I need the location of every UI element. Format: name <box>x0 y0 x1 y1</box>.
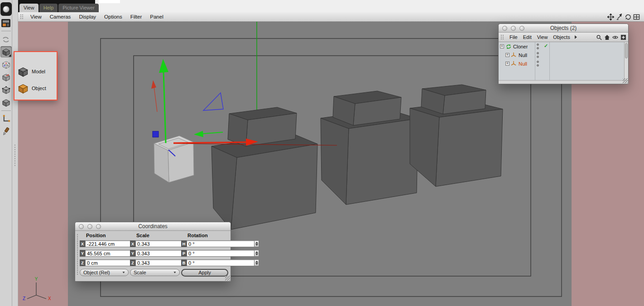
coordinates-panel: Coordinates Position Scale Rotation X X <box>75 222 231 282</box>
objects-menu-objects[interactable]: Objects <box>550 34 572 40</box>
axis-mode-icon[interactable] <box>0 113 12 124</box>
undo-redo-icon[interactable] <box>0 33 12 45</box>
home-icon[interactable] <box>604 34 610 40</box>
resize-grip[interactable] <box>623 78 628 83</box>
menu-filter[interactable]: Filter <box>126 14 146 19</box>
tree-row-cloner[interactable]: + Cloner ✓ <box>499 42 628 51</box>
horizontal-scrollbar[interactable] <box>499 80 628 84</box>
object-label[interactable]: Null <box>519 53 527 58</box>
scale-x-label: X <box>130 240 135 247</box>
rotation-header: Rotation <box>181 233 228 238</box>
viewport-nav-icons <box>607 14 640 20</box>
rotation-h-input[interactable] <box>187 240 254 247</box>
rotation-p-stepper[interactable] <box>254 250 259 257</box>
blue-plane-handle[interactable] <box>203 93 223 110</box>
rotation-p-label: P <box>181 250 187 257</box>
tab-picture-viewer[interactable]: Picture Viewer <box>58 4 99 12</box>
menu-overflow-icon[interactable] <box>575 35 577 39</box>
clone-cube-1[interactable] <box>211 107 317 230</box>
visibility-dots[interactable] <box>537 43 539 49</box>
thin-red-axis <box>154 87 157 112</box>
expander-icon[interactable]: + <box>500 44 504 48</box>
scale-y-label: Y <box>130 250 135 257</box>
menu-display[interactable]: Display <box>75 14 100 19</box>
polygons-mode-icon[interactable] <box>0 97 12 108</box>
expander-icon[interactable]: + <box>505 62 509 66</box>
rotation-h-label: H <box>181 240 187 247</box>
objects-menu-view[interactable]: View <box>534 34 551 40</box>
picture-viewer-icon[interactable] <box>0 17 12 29</box>
y-axis-arrow[interactable] <box>163 72 166 143</box>
app-window: View Help Picture Viewer View Cameras Di… <box>0 0 644 306</box>
coordinates-grip-icon[interactable] <box>77 234 78 275</box>
objects-titlebar[interactable]: Objects (2) <box>499 24 628 33</box>
position-header: Position <box>80 233 129 238</box>
model-mode-icon[interactable] <box>0 46 12 57</box>
texture-mode-icon[interactable] <box>0 59 12 70</box>
model-cube-icon <box>18 66 29 77</box>
points-mode-icon[interactable] <box>0 84 12 96</box>
object-label[interactable]: Null <box>519 61 527 67</box>
eye-icon[interactable] <box>612 34 618 40</box>
visibility-dots[interactable] <box>537 52 539 58</box>
expander-icon[interactable]: + <box>505 53 509 57</box>
clone-cube-2[interactable] <box>321 91 418 205</box>
menu-view[interactable]: View <box>26 14 46 19</box>
coordinates-titlebar[interactable]: Coordinates <box>75 222 231 231</box>
objects-toolbar-icons <box>596 34 626 40</box>
scrollbar-thumb[interactable] <box>625 43 628 58</box>
x-axis-arrow[interactable] <box>173 142 247 143</box>
z-axis-handle[interactable] <box>153 131 159 137</box>
objects-menubar-grip-icon[interactable] <box>500 34 504 40</box>
axis-y-label: Y <box>35 277 38 282</box>
toolbar-splitter[interactable] <box>12 0 18 306</box>
apply-button[interactable]: Apply <box>181 269 228 277</box>
tab-view[interactable]: View <box>19 4 38 12</box>
add-object-icon[interactable] <box>620 34 626 40</box>
scale-mode-dropdown[interactable]: Scale <box>130 269 180 276</box>
y-axis-arrowhead <box>159 59 168 73</box>
resize-grip[interactable] <box>225 276 230 281</box>
rotate-view-icon[interactable] <box>625 14 631 20</box>
left-toolbar <box>0 0 12 306</box>
coordinates-row-y: Y Y P <box>80 249 228 258</box>
rotation-b-stepper[interactable] <box>254 259 259 266</box>
flyout-item-model[interactable]: Model <box>14 63 57 80</box>
objects-menubar: File Edit View Objects <box>499 33 628 42</box>
flyout-item-object[interactable]: Object <box>14 80 57 96</box>
rotation-b-input[interactable] <box>187 259 254 266</box>
rotation-p-input[interactable] <box>187 250 254 257</box>
brush-icon[interactable] <box>0 126 12 137</box>
enabled-check-icon[interactable]: ✓ <box>544 43 548 49</box>
menu-panel[interactable]: Panel <box>146 14 167 19</box>
toggle-view-icon[interactable] <box>633 14 640 20</box>
objects-menu-edit[interactable]: Edit <box>520 34 534 40</box>
zoom-view-icon[interactable] <box>616 14 623 20</box>
chevron-down-icon <box>173 272 176 273</box>
coordinates-body: Position Scale Rotation X X H <box>75 231 231 279</box>
position-mode-dropdown[interactable]: Object (Rel) <box>80 269 129 276</box>
tab-help[interactable]: Help <box>39 4 58 12</box>
axis-z-label: Z <box>23 296 25 301</box>
clone-cube-3[interactable] <box>410 85 503 186</box>
menubar-grip-icon[interactable] <box>20 14 24 20</box>
menu-options[interactable]: Options <box>100 14 126 19</box>
pan-view-icon[interactable] <box>607 14 614 20</box>
rotation-h-stepper[interactable] <box>254 240 259 247</box>
vertical-scrollbar[interactable] <box>624 42 628 80</box>
tree-row-null-2[interactable]: + Null <box>499 59 628 68</box>
search-icon[interactable] <box>596 34 602 40</box>
menu-cameras[interactable]: Cameras <box>46 14 75 19</box>
coordinates-headers: Position Scale Rotation <box>80 232 228 239</box>
visibility-dots[interactable] <box>537 61 539 67</box>
object-label[interactable]: Cloner <box>513 44 528 49</box>
position-x-label: X <box>80 240 85 247</box>
object-tree: + Cloner ✓ + Null + <box>499 42 628 80</box>
workplane-mode-icon[interactable] <box>0 72 12 83</box>
objects-menu-file[interactable]: File <box>507 34 520 40</box>
scale-z-label: Z <box>130 259 135 266</box>
tree-row-null-1[interactable]: + Null <box>499 51 628 59</box>
nav-ball-icon[interactable] <box>0 2 12 16</box>
thin-red-arrowhead <box>151 80 156 89</box>
mode-tool-flyout: Model Object <box>14 51 58 100</box>
